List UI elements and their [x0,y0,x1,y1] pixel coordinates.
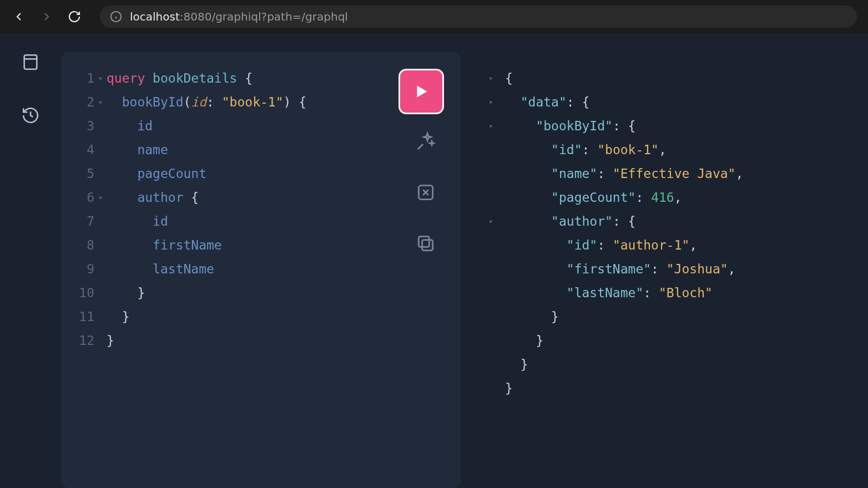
response-line: } [488,329,857,353]
line-content: "bookById": { [505,114,857,138]
docs-button[interactable] [21,52,41,72]
fold-toggle [94,281,107,305]
fold-toggle[interactable]: ▾ [94,67,107,90]
response-viewer: ▾{▾ "data": {▾ "bookById": { "id": "book… [477,52,868,488]
line-content[interactable]: id [107,114,450,138]
code-line[interactable]: 12} [72,329,450,353]
history-icon [21,106,40,125]
fold-toggle [488,138,505,162]
play-icon [411,82,431,101]
fold-toggle [94,257,107,281]
code-line[interactable]: 10 } [72,281,450,305]
sparkle-icon [415,131,436,152]
response-line: ▾ "author": { [488,210,857,233]
line-number: 2 [72,90,94,114]
response-line: } [488,305,857,329]
address-bar[interactable]: localhost:8080/graphiql?path=/graphql [100,6,857,28]
line-number: 8 [72,233,94,257]
line-content: { [505,67,857,90]
response-line: } [488,377,857,400]
response-line: "lastName": "Bloch" [488,281,857,305]
line-content[interactable]: author { [107,186,450,210]
line-content: "data": { [505,90,857,114]
fold-toggle [488,377,505,400]
merge-icon [415,182,436,203]
line-number: 3 [72,114,94,138]
fold-toggle[interactable]: ▾ [94,90,107,114]
line-content[interactable]: pageCount [107,162,450,186]
fold-toggle[interactable]: ▾ [488,67,505,90]
code-line[interactable]: 3 id [72,114,450,138]
line-content[interactable]: lastName [107,257,450,281]
fold-toggle [94,233,107,257]
info-icon [110,11,122,23]
code-line[interactable]: 7 id [72,210,450,233]
fold-toggle [94,210,107,233]
line-content: } [505,353,857,377]
browser-toolbar: localhost:8080/graphiql?path=/graphql [0,0,868,33]
line-content[interactable]: name [107,138,450,162]
line-content: "firstName": "Joshua", [505,257,857,281]
line-number: 6 [72,186,94,210]
line-content: "id": "book-1", [505,138,857,162]
fold-toggle[interactable]: ▾ [488,210,505,233]
run-button[interactable] [398,69,444,114]
line-content: "pageCount": 416, [505,186,857,210]
line-content: "lastName": "Bloch" [505,281,857,305]
line-number: 12 [72,329,94,353]
fold-toggle[interactable]: ▾ [94,186,107,210]
line-content[interactable]: firstName [107,233,450,257]
history-button[interactable] [21,105,41,125]
editor-tools [414,130,437,255]
line-content[interactable]: } [107,329,450,353]
response-line: "pageCount": 416, [488,186,857,210]
line-number: 7 [72,210,94,233]
response-line: "firstName": "Joshua", [488,257,857,281]
response-line: "id": "book-1", [488,138,857,162]
fold-toggle [488,186,505,210]
response-code[interactable]: ▾{▾ "data": {▾ "bookById": { "id": "book… [488,67,857,400]
fold-toggle [94,329,107,353]
prettify-button[interactable] [414,130,437,153]
line-number: 10 [72,281,94,305]
line-content[interactable]: id [107,210,450,233]
fold-toggle [488,329,505,353]
code-line[interactable]: 8 firstName [72,233,450,257]
docs-icon [21,53,40,72]
code-line[interactable]: 2▾ bookById(id: "book-1") { [72,90,450,114]
forward-button[interactable] [39,9,54,24]
fold-toggle [488,353,505,377]
line-number: 4 [72,138,94,162]
code-line[interactable]: 6▾ author { [72,186,450,210]
reload-button[interactable] [67,9,82,24]
code-line[interactable]: 1▾query bookDetails { [72,67,450,90]
fold-toggle [94,162,107,186]
response-line: ▾ "bookById": { [488,114,857,138]
back-button[interactable] [11,9,27,24]
line-content: } [505,305,857,329]
fold-toggle [488,281,505,305]
svg-rect-7 [418,236,429,247]
fold-toggle [488,257,505,281]
response-line: } [488,353,857,377]
copy-icon [415,233,436,254]
line-content[interactable]: } [107,281,450,305]
code-line[interactable]: 9 lastName [72,257,450,281]
fold-toggle[interactable]: ▾ [488,90,505,114]
fold-toggle[interactable]: ▾ [488,114,505,138]
code-line[interactable]: 11 } [72,305,450,329]
code-line[interactable]: 5 pageCount [72,162,450,186]
query-code[interactable]: 1▾query bookDetails {2▾ bookById(id: "bo… [72,67,450,353]
line-content: "id": "author-1", [505,233,857,257]
svg-rect-3 [24,55,37,69]
fold-toggle [488,233,505,257]
copy-button[interactable] [414,232,437,255]
query-editor[interactable]: 1▾query bookDetails {2▾ bookById(id: "bo… [61,52,461,488]
line-number: 1 [72,67,94,90]
line-content: } [505,329,857,353]
merge-button[interactable] [414,181,437,204]
line-content[interactable]: } [107,305,450,329]
code-line[interactable]: 4 name [72,138,450,162]
svg-rect-6 [422,240,433,251]
response-line: ▾ "data": { [488,90,857,114]
